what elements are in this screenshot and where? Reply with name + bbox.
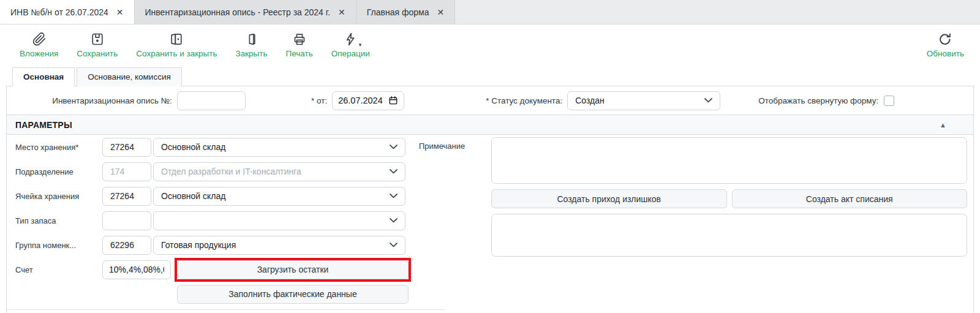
save-label: Сохранить: [77, 49, 118, 58]
form-tab-bar: Основная Основание, комиссия: [0, 67, 980, 86]
item-group-code[interactable]: 62296: [102, 236, 151, 255]
document-form-panel: Инвентаризационная опись №: * от: 26.07.…: [6, 86, 974, 313]
save-close-icon: [168, 31, 184, 47]
close-label: Закрыть: [236, 49, 268, 58]
paperclip-icon: [31, 31, 47, 47]
window-tab-register[interactable]: Инвентаризационная опись - Реестр за 202…: [135, 0, 356, 24]
field-value: Основной склад: [161, 142, 225, 152]
chevron-down-icon: [390, 145, 398, 149]
parameters-section-header[interactable]: ПАРАМЕТРЫ ▲: [7, 115, 973, 135]
lightning-icon: ▾: [342, 31, 358, 47]
field-row-department: Подразделение 174 Отдел разработки и IT-…: [15, 159, 413, 184]
close-icon[interactable]: ✕: [437, 8, 444, 17]
field-value: Основной склад: [161, 191, 225, 201]
parameters-body: Место хранения* 27264 Основной склад Под…: [7, 135, 973, 306]
operations-button[interactable]: ▾ Операции: [331, 31, 370, 58]
header-field-row: Инвентаризационная опись №: * от: 26.07.…: [7, 86, 973, 115]
attachments-label: Вложения: [20, 49, 58, 58]
date-value: 26.07.2024: [338, 96, 383, 105]
field-value: Отдел разработки и IT-консалтинга: [161, 167, 301, 176]
field-label: Счет: [15, 265, 102, 274]
save-and-close-label: Сохранить и закрыть: [136, 49, 217, 58]
save-and-close-button[interactable]: Сохранить и закрыть: [136, 31, 217, 58]
field-row-item-group: Группа номенк... 62296 Готовая продукция: [15, 233, 413, 257]
toolbar: Вложения Сохранить Сохранить и закрыть З…: [0, 25, 980, 67]
storage-place-code[interactable]: 27264: [102, 138, 151, 157]
department-code: 174: [102, 162, 151, 181]
tab-basis-commission[interactable]: Основание, комиссия: [77, 67, 182, 86]
collapse-icon[interactable]: ▲: [940, 121, 946, 129]
field-row-storage-place: Место хранения* 27264 Основной склад: [15, 135, 413, 159]
field-value: Готовая продукция: [161, 240, 236, 250]
note-textarea[interactable]: [491, 137, 967, 184]
attachments-button[interactable]: Вложения: [20, 31, 58, 58]
refresh-label: Обновить: [927, 49, 964, 58]
stock-type-code[interactable]: [102, 211, 151, 230]
department-select[interactable]: Отдел разработки и IT-консалтинга: [153, 162, 405, 181]
extra-note-textarea[interactable]: [491, 214, 967, 257]
create-doc-buttons: Создать приход излишков Создать акт спис…: [491, 189, 967, 208]
create-surplus-button[interactable]: Создать приход излишков: [491, 189, 727, 208]
date-label: * от:: [311, 96, 327, 105]
status-value: Создан: [575, 96, 605, 105]
field-label: Группа номенк...: [15, 241, 102, 250]
storage-cell-code[interactable]: 27264: [102, 187, 151, 206]
field-label: Тип запаса: [15, 216, 102, 225]
window-tab-label: Инвентаризационная опись - Реестр за 202…: [145, 7, 331, 17]
close-icon[interactable]: ✕: [116, 8, 124, 17]
field-row-storage-cell: Ячейка хранения 27264 Основной склад: [15, 184, 413, 208]
load-balances-button[interactable]: Загрузить остатки: [177, 260, 409, 279]
print-label: Печать: [286, 49, 313, 58]
chevron-down-icon: [390, 218, 398, 223]
field-row-stock-type: Тип запаса: [15, 208, 413, 233]
close-icon[interactable]: ✕: [338, 8, 345, 17]
chevron-down-icon: [704, 98, 712, 103]
chevron-down-icon: ▾: [359, 42, 362, 48]
create-writeoff-button[interactable]: Создать акт списания: [732, 189, 968, 208]
stock-type-select[interactable]: [153, 211, 405, 230]
calendar-icon[interactable]: [388, 96, 398, 105]
window-tab-label: ИНВ №б/н от 26.07.2024: [10, 7, 108, 17]
field-label: Подразделение: [15, 167, 102, 176]
inventory-number-label: Инвентаризационная опись №:: [15, 96, 177, 105]
collapsed-form-checkbox[interactable]: [884, 96, 894, 106]
field-row-fill-actual: Заполнить фактические данные: [15, 282, 413, 306]
chevron-down-icon: [390, 194, 398, 198]
close-button[interactable]: Закрыть: [236, 31, 268, 58]
parameters-left-column: Место хранения* 27264 Основной склад Под…: [7, 135, 413, 306]
account-input[interactable]: [102, 260, 171, 279]
collapsed-form-label: Отображать свернутую форму:: [758, 96, 878, 105]
chevron-down-icon: [390, 169, 398, 174]
highlight-box: Загрузить остатки: [175, 258, 411, 282]
storage-cell-select[interactable]: Основной склад: [153, 187, 405, 206]
fill-actual-data-button[interactable]: Заполнить фактические данные: [177, 285, 409, 304]
window-tab-document[interactable]: ИНВ №б/н от 26.07.2024 ✕: [0, 0, 135, 24]
door-icon: [244, 31, 260, 47]
save-icon: [89, 31, 105, 47]
save-button[interactable]: Сохранить: [77, 31, 118, 58]
status-label: * Статус документа:: [486, 96, 562, 105]
bottom-divider: [7, 309, 445, 310]
print-button[interactable]: Печать: [286, 31, 313, 58]
printer-icon: [292, 31, 307, 47]
window-tab-bar: ИНВ №б/н от 26.07.2024 ✕ Инвентаризацион…: [0, 0, 980, 25]
operations-label: Операции: [331, 49, 370, 58]
note-label: Примечание: [413, 137, 491, 257]
field-row-account: Счет Загрузить остатки: [15, 257, 413, 282]
parameters-right-column: Примечание Создать приход излишков Созда…: [413, 135, 973, 257]
window-tab-label: Главная форма: [367, 7, 429, 17]
refresh-button[interactable]: Обновить: [927, 31, 964, 58]
window-tab-main-form[interactable]: Главная форма ✕: [356, 0, 455, 24]
item-group-select[interactable]: Готовая продукция: [153, 236, 405, 255]
chevron-down-icon: [390, 243, 398, 247]
field-label: Ячейка хранения: [15, 192, 102, 201]
note-fields: Создать приход излишков Создать акт спис…: [491, 137, 967, 257]
inventory-number-input[interactable]: [177, 91, 246, 110]
date-input[interactable]: 26.07.2024: [332, 91, 404, 110]
field-label: Место хранения*: [15, 143, 102, 152]
tab-main[interactable]: Основная: [12, 67, 75, 86]
storage-place-select[interactable]: Основной склад: [153, 138, 405, 157]
status-select[interactable]: Создан: [567, 91, 720, 110]
refresh-icon: [937, 31, 953, 47]
parameters-title: ПАРАМЕТРЫ: [15, 120, 72, 130]
